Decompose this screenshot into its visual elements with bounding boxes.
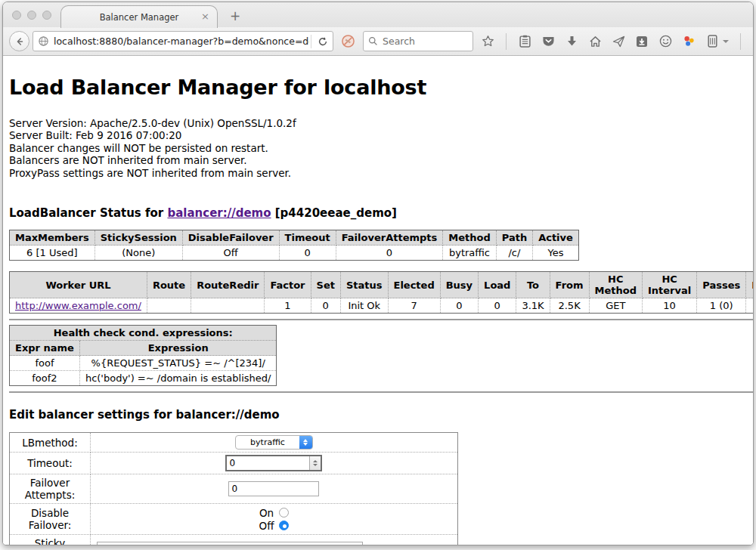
number-stepper-icon[interactable]	[309, 456, 321, 470]
page-content: Load Balancer Manager for localhost Serv…	[3, 56, 753, 545]
blocked-plugin-icon[interactable]	[341, 34, 355, 48]
failover-attempts-row: Failover Attempts:	[10, 474, 458, 504]
table-row: http://www.example.com/ 1 0 Init Ok 7 0 …	[10, 298, 754, 314]
table-row: foof2 hc('body') =~ /domain is establish…	[10, 371, 277, 386]
url-text[interactable]: localhost:8880/balancer-manager?b=demo&n…	[54, 36, 309, 47]
tab-title: Balancer Manager	[100, 12, 179, 23]
notice-inherit: Balancers are NOT inherited from main se…	[9, 154, 753, 166]
table-header-row: Expr name Expression	[10, 341, 277, 356]
edit-balancer-form: LBmethod: bytraffic Timeout:	[9, 432, 458, 545]
tab-bar: Balancer Manager × +	[3, 2, 753, 27]
square-download-icon[interactable]	[635, 35, 649, 48]
table-header-row: Worker URL Route RouteRedir Factor Set S…	[10, 272, 754, 298]
tab-close-icon[interactable]: ×	[201, 11, 209, 22]
failover-off-radio[interactable]	[279, 521, 289, 530]
lbmethod-row: LBmethod: bytraffic	[10, 433, 458, 453]
window-close-button[interactable]	[12, 11, 21, 20]
table-row: 6 [1 Used] (None) Off 0 0 bytraffic /c/ …	[10, 246, 579, 261]
chat-smiley-icon[interactable]	[658, 35, 672, 48]
radio-off-label: Off	[259, 520, 274, 532]
server-built: Server Built: Feb 9 2016 07:00:20	[9, 129, 753, 141]
radio-on-label: On	[259, 507, 274, 519]
timeout-row: Timeout:	[10, 453, 458, 474]
worker-url-link[interactable]: http://www.example.com/	[15, 300, 141, 311]
reload-button[interactable]	[313, 36, 333, 47]
table-header-row: MaxMembers StickySession DisableFailover…	[10, 230, 579, 246]
menu-icon[interactable]	[752, 35, 754, 48]
new-tab-button[interactable]: +	[230, 8, 240, 23]
disable-failover-row: Disable Failover: On Off	[10, 504, 458, 535]
edit-settings-heading: Edit balancer settings for balancer://de…	[9, 408, 753, 422]
search-icon	[368, 36, 378, 46]
timeout-label: Timeout:	[10, 453, 91, 474]
loadbalancer-status-heading: LoadBalancer Status for balancer://demo …	[9, 206, 753, 220]
failover-attempts-label: Failover Attempts:	[10, 474, 91, 504]
notice-proxypass: ProxyPass settings are NOT inherited fro…	[9, 167, 753, 179]
star-icon[interactable]	[481, 35, 494, 48]
clipboard-icon[interactable]	[518, 35, 531, 48]
sticky-session-row: Sticky Session: (Use '-' to delete)	[10, 535, 458, 545]
sticky-session-input[interactable]	[97, 542, 363, 545]
disable-failover-label: Disable Failover:	[10, 504, 91, 535]
page-title: Load Balancer Manager for localhost	[9, 76, 753, 99]
toolbar-icons	[481, 33, 754, 50]
screenshot-canvas: Balancer Manager × + localhost:8880/bala…	[0, 0, 756, 550]
colored-dots-icon[interactable]	[682, 35, 696, 48]
sticky-session-hint: (Use '-' to delete)	[363, 543, 453, 545]
browser-window: Balancer Manager × + localhost:8880/bala…	[2, 2, 754, 545]
worker-table: Worker URL Route RouteRedir Factor Set S…	[9, 271, 753, 314]
back-icon	[14, 36, 25, 47]
lbmethod-select[interactable]: bytraffic	[235, 435, 313, 450]
failover-attempts-input[interactable]	[228, 481, 319, 496]
health-check-table: Health check cond. expressions: Expr nam…	[9, 325, 277, 386]
window-minimize-button[interactable]	[27, 11, 36, 20]
back-button[interactable]	[9, 31, 29, 51]
globe-icon	[38, 36, 49, 47]
dropdown-caret-icon[interactable]	[723, 40, 729, 43]
failover-on-radio[interactable]	[279, 508, 289, 518]
select-stepper-icon	[299, 435, 312, 450]
balancer-status-table: MaxMembers StickySession DisableFailover…	[9, 230, 579, 261]
server-version: Server Version: Apache/2.5.0-dev (Unix) …	[9, 117, 753, 129]
download-icon[interactable]	[565, 35, 578, 48]
container-icon[interactable]	[705, 35, 719, 48]
section-divider	[9, 391, 753, 393]
balancer-demo-link[interactable]: balancer://demo	[167, 206, 271, 220]
search-placeholder: Search	[383, 36, 415, 47]
timeout-input[interactable]	[225, 455, 322, 471]
url-bar[interactable]: localhost:8880/balancer-manager?b=demo&n…	[33, 31, 333, 51]
send-icon[interactable]	[612, 35, 625, 48]
health-table-title: Health check cond. expressions:	[10, 326, 277, 341]
notice-persist: Balancer changes will NOT be persisted o…	[9, 142, 753, 154]
search-bar[interactable]: Search	[363, 31, 473, 51]
lbmethod-label: LBmethod:	[10, 433, 91, 453]
sticky-session-label: Sticky Session:	[10, 535, 91, 545]
window-zoom-button[interactable]	[42, 11, 51, 20]
pocket-icon[interactable]	[541, 35, 555, 48]
home-icon[interactable]	[588, 35, 602, 48]
table-row: foof %{REQUEST_STATUS} =~ /^[234]/	[10, 356, 277, 371]
browser-tab[interactable]: Balancer Manager ×	[60, 5, 218, 28]
navigation-toolbar: localhost:8880/balancer-manager?b=demo&n…	[3, 27, 753, 56]
section-divider	[9, 319, 753, 320]
